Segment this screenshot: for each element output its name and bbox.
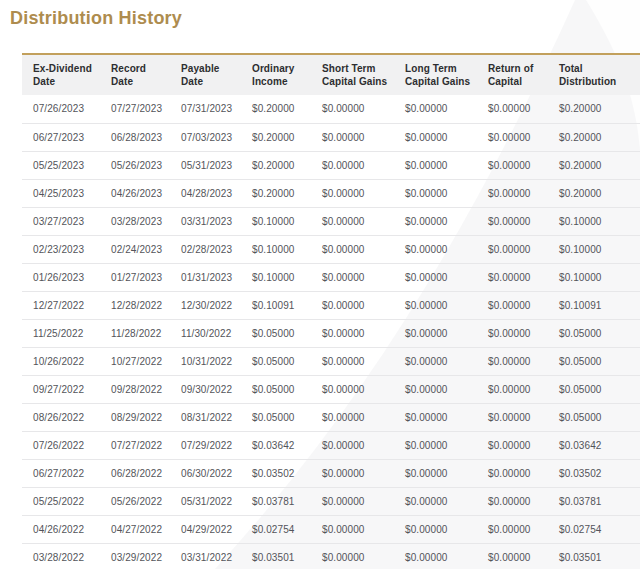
table-cell: $0.00000	[311, 431, 394, 459]
table-cell: $0.00000	[477, 347, 548, 375]
table-cell: $0.00000	[477, 431, 548, 459]
table-cell: 01/31/2023	[170, 263, 241, 291]
table-cell: 01/27/2023	[100, 263, 170, 291]
table-cell: $0.03642	[241, 431, 311, 459]
table-cell: 09/30/2022	[170, 375, 241, 403]
table-cell: $0.20000	[241, 151, 311, 179]
table-cell: $0.00000	[394, 319, 477, 347]
table-cell: $0.05000	[241, 375, 311, 403]
table-cell: $0.00000	[394, 95, 477, 123]
column-header-record-date: Record Date	[100, 55, 170, 95]
table-cell: 03/31/2022	[170, 543, 241, 569]
table-cell: 03/29/2022	[100, 543, 170, 569]
table-cell: 06/28/2022	[100, 459, 170, 487]
table-cell: $0.00000	[394, 347, 477, 375]
table-row: 10/26/202210/27/202210/31/2022$0.05000$0…	[22, 347, 640, 375]
table-cell: $0.02754	[548, 515, 640, 543]
table-row: 06/27/202206/28/202206/30/2022$0.03502$0…	[22, 459, 640, 487]
table-cell: $0.10000	[548, 207, 640, 235]
table-cell: $0.00000	[477, 151, 548, 179]
table-cell: 12/28/2022	[100, 291, 170, 319]
table-cell: 05/25/2022	[22, 487, 100, 515]
table-cell: $0.03642	[548, 431, 640, 459]
table-cell: $0.00000	[311, 543, 394, 569]
table-cell: 03/31/2023	[170, 207, 241, 235]
table-cell: $0.20000	[548, 179, 640, 207]
table-cell: $0.00000	[477, 487, 548, 515]
column-header-total-distribution: Total Distribution	[548, 55, 640, 95]
table-cell: $0.00000	[477, 543, 548, 569]
table-cell: $0.00000	[311, 487, 394, 515]
table-cell: $0.00000	[477, 459, 548, 487]
table-header: Ex-Dividend Date Record Date Payable Dat…	[22, 55, 640, 95]
table-cell: 07/03/2023	[170, 123, 241, 151]
table-cell: 06/27/2022	[22, 459, 100, 487]
table-cell: $0.05000	[241, 319, 311, 347]
table-cell: $0.05000	[548, 375, 640, 403]
table-cell: $0.00000	[477, 207, 548, 235]
table-cell: $0.05000	[548, 347, 640, 375]
table-cell: $0.10091	[241, 291, 311, 319]
table-cell: $0.10000	[241, 263, 311, 291]
table-cell: $0.00000	[477, 179, 548, 207]
table-cell: $0.10091	[548, 291, 640, 319]
table-cell: 08/26/2022	[22, 403, 100, 431]
table-cell: 11/30/2022	[170, 319, 241, 347]
table-cell: 07/26/2023	[22, 95, 100, 123]
table-cell: $0.05000	[241, 347, 311, 375]
table-cell: 05/26/2023	[100, 151, 170, 179]
table-cell: $0.00000	[477, 515, 548, 543]
table-cell: 03/28/2023	[100, 207, 170, 235]
table-row: 05/25/202305/26/202305/31/2023$0.20000$0…	[22, 151, 640, 179]
table-cell: $0.00000	[394, 207, 477, 235]
table-cell: $0.20000	[548, 95, 640, 123]
table-row: 05/25/202205/26/202205/31/2022$0.03781$0…	[22, 487, 640, 515]
table-cell: 10/31/2022	[170, 347, 241, 375]
table-row: 11/25/202211/28/202211/30/2022$0.05000$0…	[22, 319, 640, 347]
table-cell: $0.00000	[311, 263, 394, 291]
table-cell: 02/28/2023	[170, 235, 241, 263]
table-cell: $0.05000	[548, 319, 640, 347]
table-cell: $0.00000	[394, 515, 477, 543]
table-cell: $0.00000	[311, 515, 394, 543]
table-cell: $0.10000	[241, 235, 311, 263]
table-cell: 12/30/2022	[170, 291, 241, 319]
table-cell: $0.03781	[241, 487, 311, 515]
table-cell: 07/27/2023	[100, 95, 170, 123]
table-cell: $0.00000	[311, 291, 394, 319]
table-cell: 02/23/2023	[22, 235, 100, 263]
table-cell: 09/27/2022	[22, 375, 100, 403]
distribution-history-table-container: Ex-Dividend Date Record Date Payable Dat…	[22, 53, 640, 569]
table-cell: $0.05000	[548, 403, 640, 431]
table-cell: 07/27/2022	[100, 431, 170, 459]
table-cell: $0.00000	[311, 375, 394, 403]
table-cell: $0.20000	[241, 95, 311, 123]
distribution-history-table: Ex-Dividend Date Record Date Payable Dat…	[22, 55, 640, 569]
table-cell: $0.00000	[394, 235, 477, 263]
table-cell: $0.03501	[241, 543, 311, 569]
table-cell: $0.00000	[311, 123, 394, 151]
table-cell: $0.10000	[548, 263, 640, 291]
table-cell: $0.10000	[241, 207, 311, 235]
table-row: 07/26/202207/27/202207/29/2022$0.03642$0…	[22, 431, 640, 459]
table-cell: $0.05000	[241, 403, 311, 431]
table-cell: 04/27/2022	[100, 515, 170, 543]
table-cell: $0.00000	[394, 543, 477, 569]
table-cell: 04/26/2023	[100, 179, 170, 207]
table-cell: $0.00000	[394, 431, 477, 459]
table-cell: 06/28/2023	[100, 123, 170, 151]
table-row: 02/23/202302/24/202302/28/2023$0.10000$0…	[22, 235, 640, 263]
table-cell: $0.00000	[311, 319, 394, 347]
table-cell: $0.00000	[477, 123, 548, 151]
table-cell: $0.00000	[394, 291, 477, 319]
table-row: 08/26/202208/29/202208/31/2022$0.05000$0…	[22, 403, 640, 431]
table-cell: $0.00000	[394, 375, 477, 403]
table-cell: $0.03502	[241, 459, 311, 487]
table-body: 07/26/202307/27/202307/31/2023$0.20000$0…	[22, 95, 640, 569]
table-cell: $0.00000	[311, 347, 394, 375]
table-row: 09/27/202209/28/202209/30/2022$0.05000$0…	[22, 375, 640, 403]
table-cell: 11/25/2022	[22, 319, 100, 347]
table-cell: $0.00000	[394, 151, 477, 179]
table-cell: $0.00000	[394, 403, 477, 431]
table-cell: 02/24/2023	[100, 235, 170, 263]
